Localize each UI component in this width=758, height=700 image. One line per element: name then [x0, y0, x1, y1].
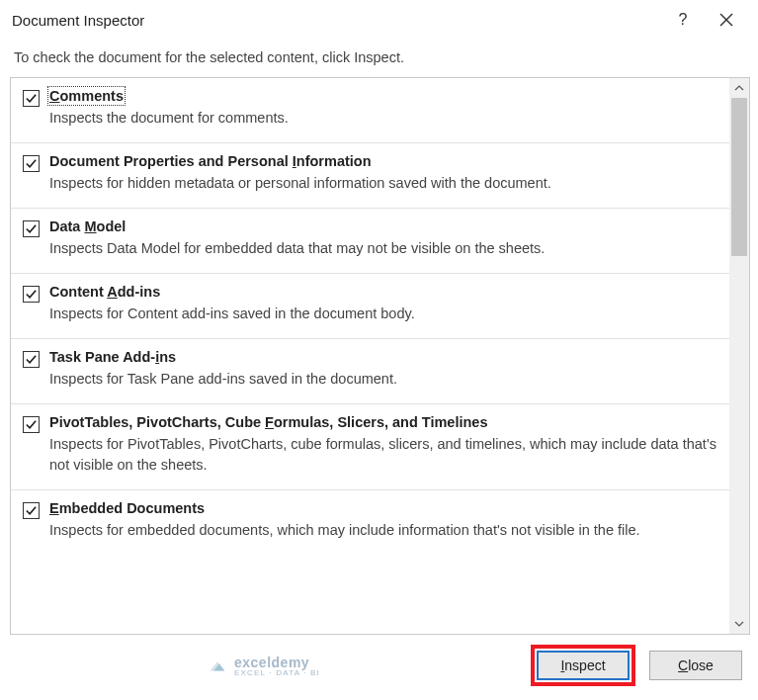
item-description: Inspects for Task Pane add-ins saved in … [49, 369, 717, 390]
inspection-item: CommentsInspects the document for commen… [11, 78, 729, 143]
item-body: Task Pane Add-insInspects for Task Pane … [49, 349, 717, 390]
item-title: Data Model [49, 219, 126, 234]
checkbox[interactable] [23, 502, 40, 519]
checkmark-icon [25, 92, 38, 105]
checkmark-icon [25, 504, 38, 517]
item-title: Task Pane Add-ins [49, 349, 176, 365]
inspection-item: Embedded DocumentsInspects for embedded … [11, 490, 729, 555]
item-title: PivotTables, PivotCharts, Cube Formulas,… [49, 414, 487, 430]
checkbox[interactable] [23, 351, 40, 368]
exceldemy-logo-icon [207, 655, 228, 676]
checkbox[interactable] [23, 220, 40, 237]
inspection-item: Data ModelInspects Data Model for embedd… [11, 209, 729, 274]
inspect-button[interactable]: Inspect [537, 651, 630, 680]
inspection-item: Document Properties and Personal Informa… [11, 143, 729, 209]
item-description: Inspects for PivotTables, PivotCharts, c… [49, 434, 717, 476]
inspection-item: Content Add-insInspects for Content add-… [11, 274, 729, 339]
inspection-list: CommentsInspects the document for commen… [11, 78, 729, 634]
window-close-button[interactable] [705, 5, 748, 35]
item-title: Document Properties and Personal Informa… [49, 153, 372, 169]
item-body: Document Properties and Personal Informa… [49, 153, 717, 194]
help-button[interactable]: ? [661, 5, 705, 35]
help-icon: ? [679, 11, 688, 29]
item-description: Inspects the document for comments. [49, 108, 717, 129]
item-body: PivotTables, PivotCharts, Cube Formulas,… [49, 414, 717, 476]
scroll-thumb[interactable] [731, 98, 747, 256]
item-description: Inspects Data Model for embedded data th… [49, 238, 717, 259]
inspection-item: Task Pane Add-insInspects for Task Pane … [11, 339, 729, 404]
item-body: Data ModelInspects Data Model for embedd… [49, 219, 717, 259]
close-icon [719, 13, 733, 27]
checkbox[interactable] [23, 155, 40, 172]
watermark: exceldemy EXCEL · DATA · BI [10, 655, 517, 677]
checkmark-icon [25, 222, 38, 235]
item-title: Content Add-ins [49, 284, 160, 300]
item-body: CommentsInspects the document for commen… [49, 88, 717, 129]
checkmark-icon [25, 157, 38, 170]
inspection-list-container: CommentsInspects the document for commen… [10, 77, 750, 635]
titlebar: Document Inspector ? [0, 0, 758, 40]
checkbox[interactable] [23, 416, 40, 433]
document-inspector-dialog: Document Inspector ? To check the docume… [0, 0, 758, 700]
inspect-button-highlight: Inspect [531, 645, 635, 686]
item-description: Inspects for hidden metadata or personal… [49, 173, 717, 194]
instruction-text: To check the document for the selected c… [0, 40, 758, 77]
checkbox[interactable] [23, 90, 40, 107]
checkmark-icon [25, 353, 38, 366]
item-body: Embedded DocumentsInspects for embedded … [49, 500, 717, 541]
inspection-item: PivotTables, PivotCharts, Cube Formulas,… [11, 404, 729, 490]
dialog-title: Document Inspector [12, 12, 661, 29]
scroll-down-button[interactable] [729, 614, 749, 634]
item-body: Content Add-insInspects for Content add-… [49, 284, 717, 324]
close-mnemonic: C [678, 657, 688, 673]
item-title: Comments [49, 88, 124, 104]
item-description: Inspects for embedded documents, which m… [49, 520, 717, 541]
checkmark-icon [25, 418, 38, 431]
checkbox[interactable] [23, 286, 40, 303]
item-title: Embedded Documents [49, 500, 205, 516]
close-button[interactable]: Close [649, 651, 742, 680]
dialog-footer: exceldemy EXCEL · DATA · BI Inspect Clos… [0, 635, 758, 700]
item-description: Inspects for Content add-ins saved in th… [49, 304, 717, 324]
scrollbar[interactable] [729, 78, 749, 634]
scroll-up-button[interactable] [729, 78, 749, 98]
watermark-tagline: EXCEL · DATA · BI [234, 668, 320, 677]
checkmark-icon [25, 288, 38, 301]
chevron-up-icon [734, 85, 744, 91]
chevron-down-icon [734, 621, 744, 627]
